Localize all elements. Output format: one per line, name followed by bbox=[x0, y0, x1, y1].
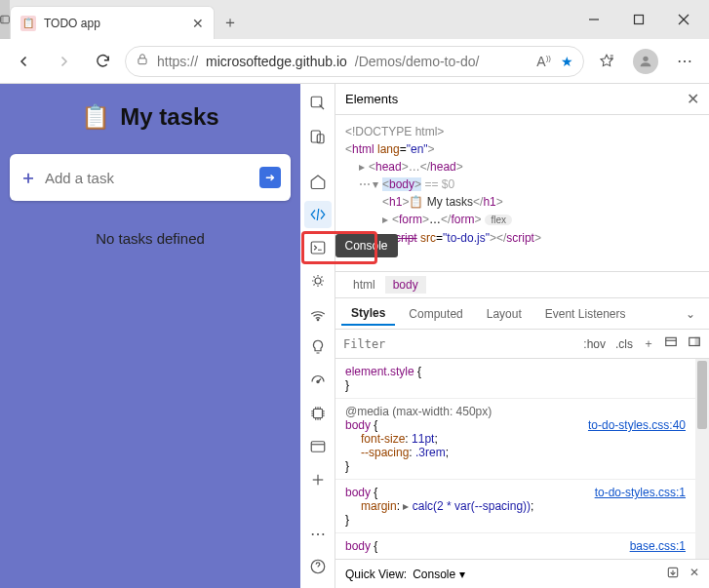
more-tools-icon[interactable] bbox=[304, 466, 332, 493]
favorites-button[interactable] bbox=[590, 45, 623, 78]
styles-pane[interactable]: element.style {} @media (max-width: 450p… bbox=[335, 359, 709, 559]
devtools-close-icon[interactable]: ✕ bbox=[687, 90, 699, 108]
cls-toggle[interactable]: .cls bbox=[615, 337, 633, 351]
quickview-dock-icon[interactable] bbox=[666, 566, 680, 582]
source-link[interactable]: to-do-styles.css:40 bbox=[588, 418, 686, 432]
back-button[interactable] bbox=[8, 45, 41, 78]
svg-point-14 bbox=[315, 278, 321, 284]
network-panel-icon[interactable] bbox=[304, 300, 332, 328]
minimize-button[interactable] bbox=[572, 5, 615, 34]
svg-point-16 bbox=[316, 380, 318, 382]
computed-sidebar-icon[interactable] bbox=[664, 335, 678, 352]
plus-icon: ＋ bbox=[20, 166, 37, 189]
application-panel-icon[interactable] bbox=[304, 433, 332, 460]
inspect-icon[interactable] bbox=[304, 90, 332, 117]
url-scheme: https:// bbox=[157, 54, 198, 69]
svg-rect-11 bbox=[311, 131, 320, 142]
doctype-node: <!DOCTYPE html> bbox=[345, 125, 444, 138]
panel-title: Elements bbox=[345, 92, 398, 106]
quick-view-bar: Quick View: Console ▾ ✕ bbox=[335, 559, 709, 588]
settings-icon[interactable]: ⋯ bbox=[304, 520, 332, 547]
hov-toggle[interactable]: :hov bbox=[583, 337, 606, 351]
maximize-button[interactable] bbox=[617, 5, 660, 34]
svg-rect-6 bbox=[138, 59, 146, 64]
url-path: /Demos/demo-to-do/ bbox=[355, 54, 480, 69]
add-task-input[interactable] bbox=[45, 170, 252, 186]
lock-icon bbox=[136, 53, 149, 69]
elements-panel-icon[interactable] bbox=[304, 201, 332, 228]
svg-point-15 bbox=[317, 319, 319, 321]
dom-breadcrumb[interactable]: html body bbox=[335, 271, 709, 298]
menu-button[interactable]: ⋯ bbox=[668, 45, 701, 78]
console-panel-icon[interactable]: Console bbox=[304, 234, 332, 261]
styles-filter-input[interactable] bbox=[343, 337, 573, 351]
memory-panel-icon[interactable] bbox=[304, 400, 332, 427]
svg-rect-1 bbox=[1, 16, 4, 23]
performance-panel-icon[interactable] bbox=[304, 367, 332, 394]
tabs-sidebar-toggle[interactable] bbox=[0, 0, 10, 39]
quickview-close-icon[interactable]: ✕ bbox=[689, 566, 699, 582]
scrollbar-thumb[interactable] bbox=[697, 361, 707, 429]
browser-tab[interactable]: 📋 TODO app ✕ bbox=[10, 6, 215, 39]
submit-task-button[interactable]: ➜ bbox=[259, 167, 281, 188]
tabs-overflow-icon[interactable]: ⌄ bbox=[678, 307, 703, 321]
devtools-header: Elements ✕ bbox=[335, 84, 709, 115]
svg-rect-18 bbox=[311, 442, 325, 452]
tab-close-icon[interactable]: ✕ bbox=[192, 16, 204, 31]
svg-rect-13 bbox=[311, 242, 325, 254]
add-task-row: ＋ ➜ bbox=[10, 154, 291, 201]
url-domain: microsoftedge.github.io bbox=[206, 54, 347, 69]
devtools-activity-bar: Console ⋯ bbox=[300, 84, 335, 588]
todo-app-page: 📋 My tasks ＋ ➜ No tasks defined bbox=[0, 84, 300, 588]
new-tab-button[interactable]: ＋ bbox=[215, 6, 246, 39]
tab-event-listeners[interactable]: Event Listeners bbox=[535, 303, 636, 325]
tab-title: TODO app bbox=[44, 17, 184, 30]
lighthouse-panel-icon[interactable] bbox=[304, 333, 332, 361]
address-bar[interactable]: https://microsoftedge.github.io/Demos/de… bbox=[125, 46, 584, 77]
svg-rect-17 bbox=[313, 410, 322, 418]
clipboard-icon: 📋 bbox=[81, 103, 110, 131]
page-title: My tasks bbox=[120, 103, 218, 131]
svg-rect-23 bbox=[666, 337, 677, 345]
help-icon[interactable] bbox=[304, 553, 332, 580]
read-aloud-icon[interactable]: A)) bbox=[536, 54, 551, 69]
svg-rect-26 bbox=[695, 337, 699, 345]
svg-rect-3 bbox=[635, 16, 644, 24]
tab-favicon: 📋 bbox=[20, 16, 36, 31]
sources-panel-icon[interactable] bbox=[304, 267, 332, 294]
source-link[interactable]: base.css:1 bbox=[630, 539, 686, 553]
tab-styles[interactable]: Styles bbox=[341, 302, 395, 326]
forward-button bbox=[47, 45, 80, 78]
tab-layout[interactable]: Layout bbox=[477, 303, 532, 325]
console-tooltip: Console bbox=[335, 234, 398, 257]
scrollbar[interactable] bbox=[695, 359, 709, 559]
quickview-dropdown[interactable]: Console ▾ bbox=[413, 568, 464, 581]
rendering-icon[interactable] bbox=[688, 335, 701, 352]
svg-point-9 bbox=[643, 56, 648, 60]
welcome-icon[interactable] bbox=[304, 168, 332, 195]
favorite-star-icon[interactable]: ★ bbox=[561, 54, 573, 69]
quickview-label: Quick View: bbox=[345, 568, 407, 581]
source-link[interactable]: to-do-styles.css:1 bbox=[595, 486, 686, 499]
tab-computed[interactable]: Computed bbox=[399, 303, 472, 325]
profile-button[interactable] bbox=[629, 45, 662, 78]
new-rule-icon[interactable]: ＋ bbox=[643, 335, 654, 352]
empty-state-text: No tasks defined bbox=[96, 230, 205, 247]
breadcrumb-body[interactable]: body bbox=[385, 276, 426, 294]
device-toolbar-icon[interactable] bbox=[304, 123, 332, 150]
close-window-button[interactable] bbox=[662, 5, 705, 34]
breadcrumb-html[interactable]: html bbox=[345, 276, 383, 294]
styles-tabs: Styles Computed Layout Event Listeners ⌄ bbox=[335, 298, 709, 330]
refresh-button[interactable] bbox=[86, 45, 119, 78]
